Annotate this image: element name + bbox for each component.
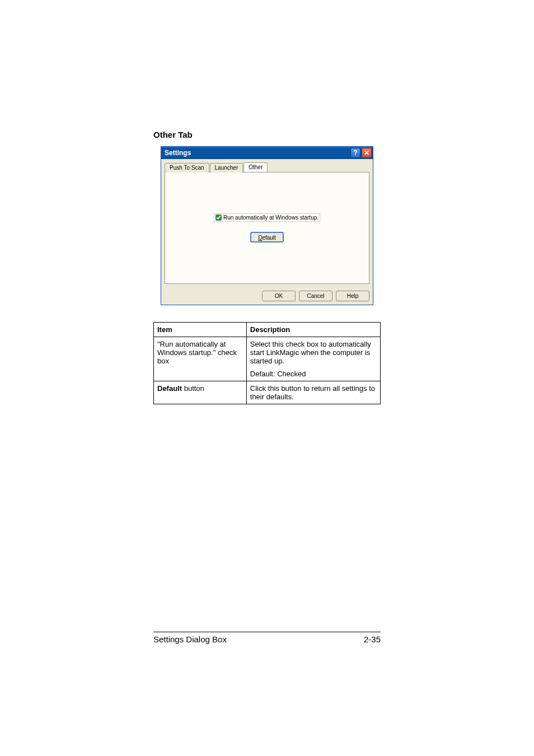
table-row: "Run automatically at Windows startup." … [154,337,381,381]
run-at-startup-input[interactable] [216,214,222,221]
cancel-button[interactable]: Cancel [299,291,332,301]
table-row: Default button Click this button to retu… [154,381,381,404]
row2-item: Default button [154,381,247,404]
help-icon[interactable]: ? [350,148,360,158]
tab-launcher[interactable]: Launcher [210,163,243,172]
row1-item: "Run automatically at Windows startup." … [154,337,247,381]
run-at-startup-label: Run automatically at Windows startup. [223,214,318,221]
dialog-title: Settings [165,149,191,157]
footer-right: 2-35 [364,634,381,644]
tab-body: Run automatically at Windows startup. De… [165,172,369,284]
tab-push-to-scan[interactable]: Push To Scan [165,163,209,172]
run-at-startup-checkbox[interactable]: Run automatically at Windows startup. [214,213,320,222]
row2-desc: Click this button to return all settings… [246,381,380,404]
section-heading: Other Tab [153,130,381,139]
close-icon[interactable]: ✕ [362,148,372,158]
page-footer: Settings Dialog Box 2-35 [153,632,381,644]
ok-button[interactable]: OK [262,291,296,301]
table-header-description: Description [246,323,380,337]
dialog-titlebar: Settings ? ✕ [161,147,373,159]
help-button[interactable]: Help [336,291,369,301]
row1-desc: Select this check box to automatically s… [246,337,380,381]
reference-table: Item Description "Run automatically at W… [153,322,381,404]
default-button[interactable]: Default [250,232,284,242]
footer-left: Settings Dialog Box [153,634,227,644]
dialog-button-row: OK Cancel Help [161,287,373,305]
tab-strip: Push To Scan Launcher Other [161,159,373,172]
table-header-item: Item [154,323,247,337]
tab-other[interactable]: Other [243,162,268,172]
settings-dialog-screenshot: Settings ? ✕ Push To Scan Launcher Other… [161,146,373,305]
